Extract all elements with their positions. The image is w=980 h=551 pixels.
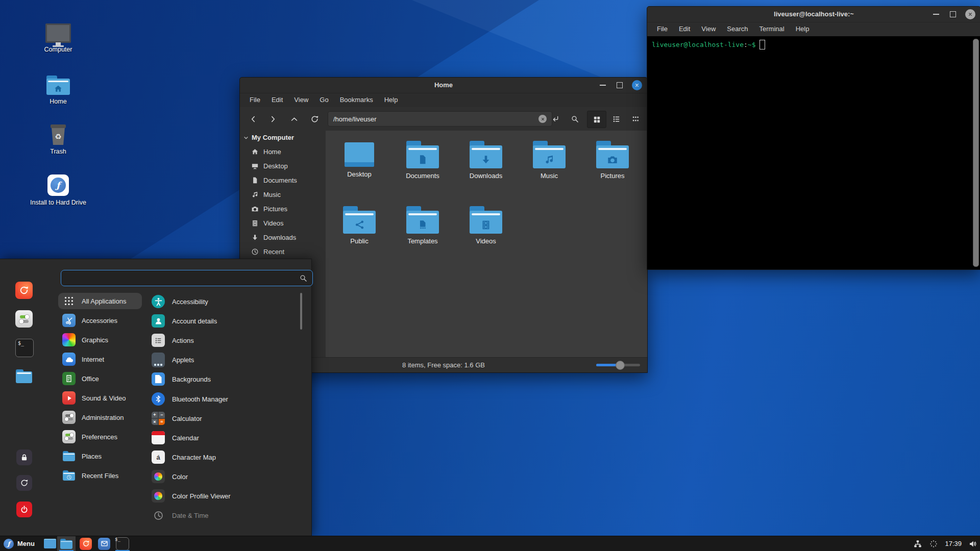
forward-button[interactable]	[263, 111, 282, 127]
back-button[interactable]	[244, 111, 262, 127]
terminal-menu-view[interactable]: View	[696, 22, 721, 36]
menu-scrollbar[interactable]	[300, 293, 302, 330]
fm-menu-edit[interactable]: Edit	[266, 93, 288, 107]
fm-menu-go[interactable]: Go	[314, 93, 334, 107]
category-administration[interactable]: Administration	[58, 409, 142, 425]
close-button[interactable]	[965, 9, 975, 19]
toggle-location-entry-button[interactable]	[546, 111, 565, 127]
desktop-icon-install[interactable]: ƒ Install to Hard Drive	[28, 169, 89, 207]
category-recent-files[interactable]: Recent Files	[58, 467, 142, 484]
maximize-button[interactable]	[948, 10, 958, 19]
terminal-menu-edit[interactable]: Edit	[673, 22, 696, 36]
fm-titlebar[interactable]: Home	[240, 78, 647, 93]
sidebar-item-desktop[interactable]: Desktop	[251, 159, 288, 173]
logout-button[interactable]	[16, 475, 32, 491]
home-folder-icon	[28, 68, 89, 95]
refresh-button[interactable]	[305, 111, 324, 127]
desktop-icon-home[interactable]: Home	[28, 68, 89, 106]
favorite-files-icon[interactable]	[15, 367, 33, 385]
taskbar-mail-button[interactable]	[95, 536, 113, 551]
network-icon[interactable]	[913, 539, 922, 548]
app-actions[interactable]: Actions	[150, 332, 301, 348]
compact-view-button[interactable]	[626, 111, 645, 127]
list-view-button[interactable]	[607, 111, 625, 127]
terminal-screen[interactable]: liveuser@localhost-live:~$	[647, 36, 980, 269]
sidebar-item-downloads[interactable]: Downloads	[251, 230, 296, 244]
zoom-slider-knob[interactable]	[616, 361, 625, 370]
minimize-button[interactable]	[932, 10, 941, 19]
favorite-settings-icon[interactable]	[15, 310, 33, 328]
folder-downloads[interactable]: Downloads	[458, 141, 514, 180]
fm-menu-view[interactable]: View	[288, 93, 314, 107]
icon-view-button[interactable]	[587, 111, 606, 128]
minimize-button[interactable]	[598, 81, 607, 90]
favorite-firefox-icon[interactable]	[15, 282, 33, 299]
shutdown-button[interactable]	[16, 502, 32, 517]
sidebar-item-recent[interactable]: Recent	[251, 244, 284, 259]
category-sound-video[interactable]: Sound & Video	[58, 390, 142, 406]
app-bluetooth-manager[interactable]: Bluetooth Manager	[150, 391, 301, 407]
taskbar-terminal-button[interactable]: $_	[113, 536, 132, 551]
app-color[interactable]: Color	[150, 468, 301, 485]
clear-path-icon[interactable]	[538, 115, 547, 123]
sidebar-item-pictures[interactable]: Pictures	[251, 202, 287, 216]
category-all-applications[interactable]: All Applications	[58, 293, 142, 309]
sidebar-item-home[interactable]: Home	[251, 144, 281, 159]
folder-music[interactable]: Music	[521, 141, 577, 180]
folder-documents[interactable]: Documents	[395, 141, 451, 180]
folder-public[interactable]: Public	[331, 206, 387, 245]
fm-file-area[interactable]: Desktop Documents Downloads Music Pictur…	[326, 131, 647, 358]
fm-menu-bookmarks[interactable]: Bookmarks	[334, 93, 379, 107]
terminal-menu-search[interactable]: Search	[721, 22, 753, 36]
terminal-scrollbar[interactable]	[973, 39, 979, 267]
up-button[interactable]	[285, 111, 303, 127]
terminal-menu-terminal[interactable]: Terminal	[754, 22, 790, 36]
show-desktop-button[interactable]	[41, 536, 59, 551]
app-applets[interactable]: Applets	[150, 352, 301, 368]
category-graphics[interactable]: Graphics	[58, 332, 142, 348]
path-bar[interactable]: /home/liveuser	[328, 111, 552, 127]
menu-button[interactable]: ƒ Menu	[0, 536, 41, 551]
app-calendar[interactable]: Calendar	[150, 430, 301, 446]
favorite-terminal-icon[interactable]: $_	[15, 339, 34, 357]
sidebar-item-music[interactable]: Music	[251, 187, 281, 202]
zoom-slider[interactable]	[596, 364, 640, 366]
lock-screen-button[interactable]	[16, 449, 32, 465]
category-accessories[interactable]: Accessories	[58, 312, 142, 329]
desktop-icon-computer[interactable]: Computer	[28, 16, 89, 54]
app-date-time[interactable]: Date & Time	[150, 507, 301, 523]
volume-icon[interactable]	[968, 539, 977, 548]
app-account-details[interactable]: Account details	[150, 313, 301, 329]
notifications-icon[interactable]	[929, 539, 938, 548]
fm-menu-help[interactable]: Help	[379, 93, 404, 107]
sidebar-item-videos[interactable]: Videos	[251, 216, 284, 230]
app-color-profile-viewer[interactable]: Color Profile Viewer	[150, 488, 301, 504]
category-places[interactable]: Places	[58, 448, 142, 464]
app-character-map[interactable]: áCharacter Map	[150, 449, 301, 465]
close-button[interactable]	[632, 80, 642, 90]
desktop-icon-trash[interactable]: ♻ Trash	[28, 118, 89, 156]
clock[interactable]: 17:39	[945, 540, 962, 547]
sidebar-item-documents[interactable]: Documents	[251, 173, 297, 187]
app-accessibility[interactable]: Accessibility	[150, 293, 301, 310]
menu-search-input[interactable]	[61, 270, 313, 286]
folder-templates[interactable]: Templates	[395, 206, 451, 245]
terminal-titlebar[interactable]: liveuser@localhost-live:~	[647, 7, 980, 22]
terminal-menu-help[interactable]: Help	[790, 22, 815, 36]
category-preferences[interactable]: Preferences	[58, 429, 142, 445]
folder-videos[interactable]: Videos	[458, 206, 514, 245]
fm-menu-file[interactable]: File	[244, 93, 266, 107]
app-calculator[interactable]: +−×=Calculator	[150, 410, 301, 427]
search-button[interactable]	[566, 111, 584, 127]
category-office[interactable]: Office	[58, 370, 142, 387]
folder-pictures[interactable]: Pictures	[584, 141, 641, 180]
terminal-menu-file[interactable]: File	[651, 22, 673, 36]
taskbar-firefox-button[interactable]	[77, 536, 95, 551]
taskbar-files-button[interactable]	[57, 536, 76, 551]
maximize-button[interactable]	[615, 81, 624, 90]
category-internet[interactable]: Internet	[58, 351, 142, 367]
folder-desktop[interactable]: Desktop	[331, 141, 387, 178]
app-backgrounds[interactable]: Backgrounds	[150, 371, 301, 387]
mail-icon	[98, 538, 110, 550]
sidebar-section-my-computer[interactable]: My Computer	[243, 134, 294, 141]
